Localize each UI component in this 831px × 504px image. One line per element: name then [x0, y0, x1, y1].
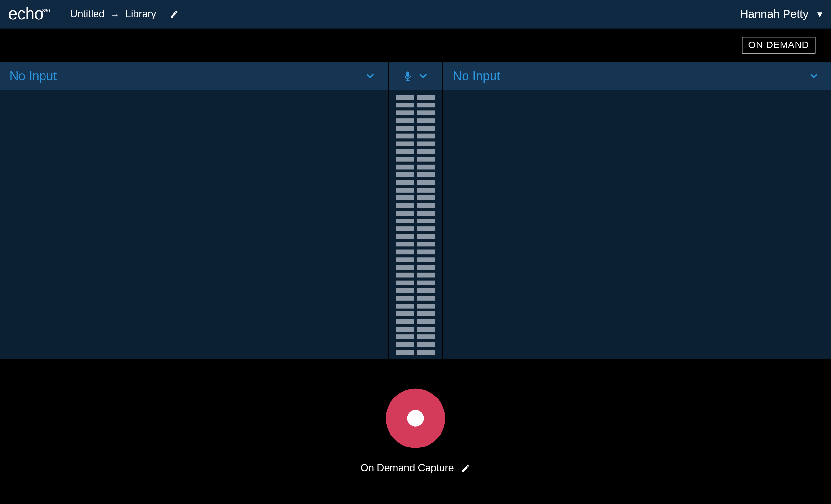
left-preview: [0, 90, 389, 359]
status-strip: ON DEMAND: [0, 29, 831, 62]
meter-segment: [417, 95, 435, 100]
source-bar: No Input No Input: [0, 62, 831, 90]
meter-segment: [396, 265, 414, 270]
meter-segment: [396, 134, 414, 139]
meter-segment: [396, 280, 414, 286]
arrow-right-icon: →: [111, 9, 119, 19]
meter-segment: [417, 257, 435, 262]
meter-segment: [396, 157, 414, 162]
meter-segment: [396, 126, 414, 131]
meter-segment: [417, 103, 435, 108]
svg-rect-0: [407, 79, 408, 80]
record-panel: On Demand Capture: [0, 359, 831, 504]
meter-segment: [396, 296, 414, 301]
edit-title-button[interactable]: [169, 9, 179, 19]
meter-segment: [396, 327, 414, 332]
meter-segment: [417, 188, 435, 192]
meter-segment: [417, 180, 435, 185]
left-source-label: No Input: [9, 69, 57, 83]
meter-segment: [396, 257, 414, 262]
meter-segment: [396, 304, 414, 308]
meter-segment: [417, 296, 435, 301]
meter-segment: [396, 249, 414, 254]
chevron-down-icon: [808, 71, 819, 82]
svg-rect-1: [406, 80, 410, 81]
meter-segment: [396, 118, 414, 123]
meter-segment: [417, 319, 435, 324]
header-left: echo360 Untitled → Library: [8, 5, 179, 24]
meter-segment: [417, 172, 435, 177]
capture-title[interactable]: Untitled: [70, 8, 104, 21]
meter-segment: [396, 312, 414, 316]
meter-segment: [417, 265, 435, 270]
meter-segment: [417, 334, 435, 339]
user-name: Hannah Petty: [740, 8, 809, 21]
meter-segment: [396, 203, 414, 208]
meter-segment: [396, 234, 414, 239]
meter-segment: [417, 165, 435, 170]
meter-segment: [396, 196, 414, 200]
meter-segment: [417, 126, 435, 131]
meter-segment: [396, 141, 414, 146]
record-indicator: [407, 410, 424, 427]
audio-meter-left: [396, 95, 414, 359]
meter-segment: [417, 211, 435, 216]
meter-segment: [417, 203, 435, 208]
app-header: echo360 Untitled → Library Hannah Petty …: [0, 0, 831, 29]
pencil-icon: [461, 464, 470, 473]
meter-segment: [417, 111, 435, 115]
meter-segment: [417, 312, 435, 316]
meter-segment: [396, 149, 414, 154]
edit-capture-name-button[interactable]: [461, 464, 470, 473]
audio-meter: [389, 90, 442, 359]
meter-segment: [417, 304, 435, 308]
meter-segment: [417, 342, 435, 347]
meter-segment: [396, 334, 414, 339]
meter-segment: [417, 249, 435, 254]
record-button[interactable]: [386, 389, 446, 448]
meter-segment: [396, 288, 414, 293]
meter-segment: [396, 226, 414, 231]
meter-segment: [396, 242, 414, 247]
logo-text: echo: [8, 5, 43, 24]
user-menu[interactable]: Hannah Petty ▼: [740, 8, 824, 21]
meter-segment: [417, 288, 435, 293]
audio-meter-right: [417, 95, 435, 359]
meter-segment: [396, 103, 414, 108]
meter-segment: [417, 327, 435, 332]
chevron-down-icon: [365, 71, 376, 82]
capture-label: On Demand Capture: [361, 463, 454, 474]
audio-source-selector[interactable]: [389, 62, 442, 90]
meter-segment: [396, 111, 414, 115]
microphone-icon: [402, 69, 413, 83]
left-source-selector[interactable]: No Input: [0, 62, 389, 90]
logo-superscript: 360: [42, 8, 50, 13]
meter-segment: [417, 350, 435, 355]
meter-segment: [396, 188, 414, 192]
meter-segment: [417, 226, 435, 231]
meter-segment: [396, 342, 414, 347]
status-badge: ON DEMAND: [742, 37, 815, 53]
pencil-icon: [169, 9, 179, 19]
meter-segment: [396, 165, 414, 170]
meter-segment: [417, 196, 435, 200]
logo[interactable]: echo360: [8, 5, 51, 24]
chevron-down-icon: [418, 71, 429, 82]
preview-area: [0, 90, 831, 359]
meter-segment: [417, 118, 435, 123]
right-source-selector[interactable]: No Input: [442, 62, 831, 90]
capture-destination[interactable]: Library: [125, 8, 156, 21]
meter-segment: [417, 157, 435, 162]
meter-segment: [396, 319, 414, 324]
meter-segment: [417, 134, 435, 139]
meter-segment: [417, 141, 435, 146]
meter-segment: [417, 149, 435, 154]
meter-segment: [417, 280, 435, 286]
meter-segment: [396, 218, 414, 224]
meter-segment: [417, 218, 435, 224]
right-preview: [442, 90, 831, 359]
meter-segment: [396, 350, 414, 355]
right-source-label: No Input: [453, 69, 500, 83]
caret-down-icon: ▼: [816, 9, 824, 19]
capture-label-row: On Demand Capture: [361, 463, 470, 474]
